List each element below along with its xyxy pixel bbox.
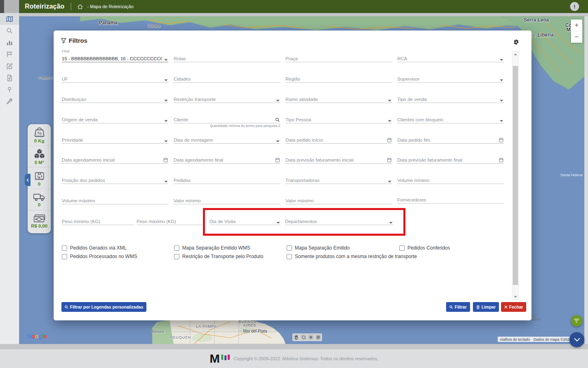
field-data-agendamento-final[interactable]: Data agendamento final xyxy=(174,156,280,164)
home-icon[interactable] xyxy=(77,4,83,9)
field-rotas[interactable]: Rotas xyxy=(174,55,280,62)
field-transportadoras[interactable]: Transportadoras xyxy=(285,176,392,184)
checkbox-mapa-separacao-emitido[interactable]: Mapa Separação Emitido xyxy=(287,245,350,251)
fechar-button[interactable]: Fechar xyxy=(501,302,526,312)
field-restricao-transporte[interactable]: Restrição transporte xyxy=(174,95,280,103)
field-valor-minimo[interactable]: Valor mínimo xyxy=(174,197,280,204)
field-data-agendamento-inicial[interactable]: Data agendamento inicial xyxy=(62,156,168,164)
field-label: Peso máximo (KG) xyxy=(137,219,176,224)
field-dias-de-montagem[interactable]: Dias de montagem xyxy=(174,136,280,144)
sidebar-item-tools[interactable] xyxy=(0,96,19,107)
total-weight: Kg0 Kg xyxy=(28,124,51,146)
sidebar-item-edit[interactable] xyxy=(0,60,19,72)
field-label: Região xyxy=(285,77,300,81)
field-uf[interactable]: UF xyxy=(62,75,168,83)
field-clientes-com-bloqueio[interactable]: Clientes com bloqueio xyxy=(397,116,504,123)
field-peso-minimo-kg[interactable]: Peso mínimo (KG) xyxy=(62,217,134,225)
map-filter-fab[interactable] xyxy=(571,315,582,326)
sidebar-item-search[interactable] xyxy=(0,25,19,37)
field-posicao-dos-pedidos[interactable]: Posição dos pedidos xyxy=(62,176,168,184)
checkbox-mapa-separacao-emitido-wms[interactable]: Mapa Separação Emitido WMS xyxy=(174,245,250,251)
field-data-pedido-inicio[interactable]: Data pedido início xyxy=(285,136,392,144)
sidebar-item-document[interactable] xyxy=(0,72,19,84)
filtrar-button[interactable]: Filtrar xyxy=(446,302,470,312)
map-label-la-pampa: LA PAMPA xyxy=(196,324,217,329)
edit-icon xyxy=(6,63,13,70)
field-volume-maximo[interactable]: Volume máximo xyxy=(62,197,168,204)
filter-by-legends-button[interactable]: Filtrar por Legendas personalizadas xyxy=(61,302,146,312)
chevron-left-icon xyxy=(26,178,29,182)
exclamation-icon: ! xyxy=(574,4,575,10)
field-volume-minimo[interactable]: Volume mínimo xyxy=(397,176,504,184)
search-icon xyxy=(6,27,13,34)
circle-select-button[interactable] xyxy=(308,334,314,340)
checkbox-pedidos-conferidos[interactable]: Pedidos Conferidos xyxy=(399,245,450,251)
field-rca[interactable]: RCA xyxy=(397,55,504,62)
notifications-button[interactable]: ! xyxy=(570,2,579,11)
checkbox-box[interactable] xyxy=(62,254,67,259)
modal-scrollbar[interactable] xyxy=(512,51,519,300)
checkbox-label: Pedidos Processados no WMS xyxy=(70,254,137,259)
map-label-mar-del-plata: Mar del Plata xyxy=(243,329,267,333)
bottom-strip xyxy=(0,344,588,349)
checkbox-pedidos-gerados-via-xml[interactable]: Pedidos Gerados via XML xyxy=(62,245,126,251)
zoom-out-button[interactable]: − xyxy=(571,31,582,43)
sidebar-item-chart[interactable] xyxy=(0,37,19,48)
checkbox-box[interactable] xyxy=(287,245,292,251)
field-fornecedores[interactable]: Fornecedores xyxy=(397,196,504,204)
checkbox-label: Restrição de Transporte pelo Produto xyxy=(182,254,263,259)
checkbox-box[interactable] xyxy=(287,254,292,259)
map-draw-toolbar xyxy=(292,333,322,341)
field-data-previsao-faturamento-final[interactable]: Data previsão faturamento final xyxy=(397,156,504,164)
map-attribution-item[interactable]: Atalhos do teclado xyxy=(500,337,530,342)
field-label: Fornecedores xyxy=(397,197,426,202)
rectangle-select-button[interactable] xyxy=(315,334,321,340)
field-peso-maximo-kg[interactable]: Peso máximo (KG) xyxy=(137,217,203,225)
checkbox-box[interactable] xyxy=(174,245,179,251)
scrollbar-thumb[interactable] xyxy=(513,66,518,285)
field-origem-de-venda[interactable]: Origem de venda xyxy=(62,116,168,123)
sidebar-item-flag[interactable] xyxy=(0,48,19,60)
scroll-up-icon[interactable] xyxy=(512,51,518,57)
polygon-select-button[interactable] xyxy=(301,334,307,340)
field-distribuicao[interactable]: Distribuiçao xyxy=(62,95,168,103)
field-valor-maximo[interactable]: Valor máximo xyxy=(285,197,392,204)
pan-hand-button[interactable] xyxy=(293,334,299,340)
map-collapse-fab[interactable] xyxy=(569,332,584,347)
checkbox-pedidos-processados-no-wms[interactable]: Pedidos Processados no WMS xyxy=(62,254,137,259)
sidebar-item-map[interactable] xyxy=(0,13,19,25)
field-regiao[interactable]: Região xyxy=(285,75,392,83)
totals-list: Kg0 Kg0 M³00R$ 0,00 xyxy=(28,124,51,232)
field-dia-de-visita[interactable]: Dia de Visita xyxy=(209,217,281,225)
zoom-in-button[interactable]: + xyxy=(571,20,582,31)
field-departamentos[interactable]: Departamentos xyxy=(285,217,393,225)
field-tipo-de-venda[interactable]: Tipo de venda xyxy=(397,95,504,103)
checkbox-label: Pedidos Conferidos xyxy=(407,245,450,251)
sidebar-item-pin[interactable] xyxy=(0,84,19,96)
field-label: Transportadoras xyxy=(285,178,320,183)
field-label: Dias de montagem xyxy=(174,138,213,142)
checkbox-box[interactable] xyxy=(174,254,179,259)
field-data-pedido-fim[interactable]: Data pedido fim xyxy=(397,136,504,144)
field-ramo-atividade[interactable]: Ramo atividade xyxy=(285,95,392,103)
limpar-button[interactable]: Limpar xyxy=(473,302,499,312)
field-praca[interactable]: Praça xyxy=(285,55,392,62)
flag-icon xyxy=(6,51,13,58)
totals-collapse-tab[interactable] xyxy=(25,174,30,186)
map-icon xyxy=(6,15,13,22)
map-label-cucuta: Cúcuta xyxy=(147,24,160,28)
scroll-down-icon[interactable] xyxy=(512,294,518,300)
field-cliente[interactable]: ClienteQuantidade mínima do termo para p… xyxy=(174,116,280,123)
field-tipo-pessoa[interactable]: Tipo Pessoa xyxy=(285,116,392,123)
field-helper-text: Quantidade mínima do termo para pesquisa… xyxy=(210,124,280,128)
field-cidades[interactable]: Cidades xyxy=(174,75,280,83)
field-filial[interactable]: Filial15 - BBBBBBBBBBBBBBB, 16 - CCCCCCC… xyxy=(62,55,168,62)
field-supervisor[interactable]: Supervisor xyxy=(397,75,504,83)
field-pedidos[interactable]: Pedidos xyxy=(174,176,280,184)
checkbox-somente-produtos-com-a-mesma-restricao-de-transporte[interactable]: Somente produtos com a mesma restrição d… xyxy=(287,254,417,259)
field-data-previsao-faturamento-inicial[interactable]: Data previsão faturamento inicial xyxy=(285,156,392,164)
checkbox-box[interactable] xyxy=(399,245,405,251)
checkbox-box[interactable] xyxy=(62,245,67,251)
checkbox-restricao-de-transporte-pelo-produto[interactable]: Restrição de Transporte pelo Produto xyxy=(174,254,263,259)
field-prioridade[interactable]: Prioridade xyxy=(62,136,168,144)
